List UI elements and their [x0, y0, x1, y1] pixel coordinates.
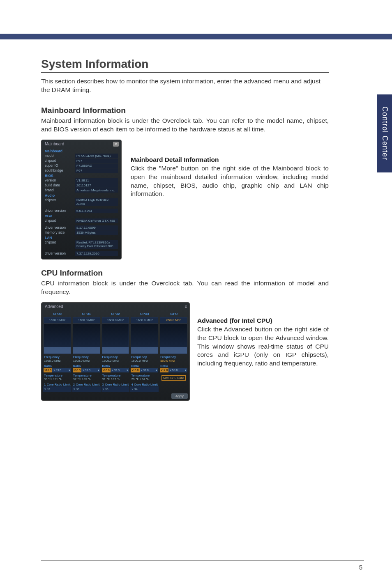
- val-brand: American Megatrends Inc.: [75, 188, 118, 193]
- val-core2[interactable]: x 36: [72, 386, 101, 392]
- val-core4[interactable]: x 34: [130, 386, 159, 392]
- row-chipset: chipsetP67: [45, 158, 118, 163]
- label-audiochip: chipset: [45, 198, 75, 206]
- lbl-temp-1: Temperature: [72, 373, 101, 377]
- row-vgachip: chipsetNVIDIA GeForce GTX 480: [45, 218, 118, 223]
- chevron-down-icon[interactable]: ▾: [97, 368, 100, 372]
- label-builddate: build date: [45, 183, 75, 188]
- chevron-down-icon[interactable]: ▾: [155, 368, 158, 372]
- val-temp-2: 31 ℃ / 87 ℉: [101, 377, 130, 382]
- val-audiochip: NVIDIA High Definition Audio: [75, 198, 118, 206]
- advanced-panel: Advanced x CPU0 1600.0 MHz Frequency 160…: [41, 302, 190, 401]
- cpu-advanced-body: Click the Advanced button on the right s…: [197, 325, 329, 368]
- advanced-columns: CPU0 1600.0 MHz Frequency 1600.0 MHz Rat…: [42, 310, 189, 392]
- lbl-freq-1: Frequency: [72, 354, 101, 359]
- cpu-row: Advanced x CPU0 1600.0 MHz Frequency 160…: [41, 302, 329, 401]
- lbl-ratio-4: Ratio: [159, 363, 188, 368]
- lbl-temp-0: Temperature: [43, 373, 71, 377]
- ratio-a-1: x16.0: [73, 368, 81, 372]
- row-brand: brandAmerican Megatrends Inc.: [45, 188, 118, 193]
- graph-igpu: [160, 324, 187, 354]
- val-freq-1: 1600.0 MHz: [72, 359, 101, 363]
- val-southbridge: P67: [75, 168, 118, 173]
- val-version: V1.8B11: [75, 178, 118, 183]
- ratio-a-0: x16.0: [44, 368, 52, 372]
- ratio-row-0[interactable]: x16.0x 33.0▾: [44, 368, 71, 372]
- label-vgachip: chipset: [45, 218, 75, 223]
- advanced-panel-title: Advanced: [45, 304, 63, 309]
- group-mainboard: Mainboard: [45, 149, 118, 153]
- graph-cpu0: [44, 324, 71, 354]
- mainboard-row: Mainboard x Mainboard modelP67A-GD65 (MS…: [41, 140, 329, 260]
- val-core3[interactable]: x 35: [101, 386, 130, 392]
- cpu-advanced-text: Advanced (for Intel CPU) Click the Advan…: [197, 302, 329, 374]
- val-core1[interactable]: x 37: [43, 386, 71, 392]
- row-landrv: driver version7.37.1229.2010: [45, 251, 118, 256]
- head-cpu3[interactable]: CPU3: [130, 311, 159, 317]
- cpu-advanced-title: Advanced (for Intel CPU): [197, 317, 329, 324]
- row-southbridge: southbridgeP67: [45, 168, 118, 173]
- page-number: 5: [359, 564, 362, 571]
- ratio-row-4[interactable]: x17.0x 58.0▾: [160, 368, 187, 372]
- lbl-freq-4: Frequency: [159, 354, 188, 359]
- page-title: System Information: [41, 57, 329, 73]
- ratio-row-1[interactable]: x16.0x 33.0▾: [73, 368, 100, 372]
- ratio-b-2: x 33.0: [111, 368, 126, 372]
- label-landrv: driver version: [45, 251, 75, 256]
- ratio-a-4: x17.0: [160, 368, 168, 372]
- col-cpu1: CPU1 1600.0 MHz Frequency 1600.0 MHz Rat…: [72, 311, 101, 392]
- head-cpu2[interactable]: CPU2: [101, 311, 130, 317]
- ratio-b-0: x 33.0: [52, 368, 68, 372]
- lbl-core3: 3-Core Ratio Limit: [101, 382, 130, 386]
- label-model: model: [45, 154, 75, 158]
- chevron-down-icon[interactable]: ▾: [68, 368, 71, 372]
- head-cpu0[interactable]: CPU0: [43, 311, 71, 317]
- chevron-down-icon[interactable]: ▾: [126, 368, 129, 372]
- label-vgadrv: driver version: [45, 225, 75, 230]
- val-temp-1: 32 ℃ / 89 ℉: [72, 377, 101, 382]
- head-cpu1[interactable]: CPU1: [72, 311, 101, 317]
- val-freq-2: 1600.0 MHz: [101, 359, 130, 363]
- val-vgachip: NVIDIA GeForce GTX 480: [75, 218, 118, 223]
- ratio-row-2[interactable]: x16.0x 33.0▾: [102, 368, 129, 372]
- lbl-temp-2: Temperature: [101, 373, 130, 377]
- lbl-core2: 2-Core Ratio Limit: [72, 382, 101, 386]
- close-icon[interactable]: x: [113, 142, 119, 147]
- content-area: System Information This section describe…: [41, 57, 329, 401]
- row-audiodrv: driver version6.0.1.6293: [45, 209, 118, 213]
- col-igpu: iGPU 850.0 Mhz Frequency 850.0 Mhz Ratio…: [159, 311, 188, 392]
- val-builddate: 20110127: [75, 183, 118, 188]
- ratio-row-3[interactable]: x16.0x 33.0▾: [131, 368, 158, 372]
- max-gpu-ratio-button[interactable]: Max. GPU Ratio: [161, 375, 186, 381]
- mainboard-panel-title: Mainboard: [45, 142, 64, 146]
- chevron-down-icon[interactable]: ▾: [184, 368, 187, 372]
- row-vgadrv: driver version8.17.12.6099: [45, 225, 118, 230]
- row-builddate: build date20110127: [45, 183, 118, 188]
- group-lan: LAN: [45, 236, 118, 240]
- label-version: version: [45, 178, 75, 183]
- graph-cpu1: [73, 324, 100, 354]
- mainboard-section-title: Mainboard Information: [41, 106, 329, 115]
- lbl-freq-2: Frequency: [101, 354, 130, 359]
- ratio-a-2: x16.0: [102, 368, 111, 372]
- val-model: P67A-GD65 (MS-7681): [75, 154, 118, 158]
- label-southbridge: southbridge: [45, 168, 75, 173]
- graph-cpu2: [102, 324, 129, 354]
- mainboard-detail-text: Mainboard Detail Information Click the "…: [131, 140, 329, 204]
- apply-button[interactable]: Apply: [171, 393, 188, 399]
- mainboard-panel-body: Mainboard modelP67A-GD65 (MS-7681) chips…: [42, 147, 121, 259]
- close-icon[interactable]: x: [185, 304, 187, 309]
- row-vgamem: memory size1536 MBytes: [45, 230, 118, 235]
- col-cpu0: CPU0 1600.0 MHz Frequency 1600.0 MHz Rat…: [43, 311, 71, 392]
- ratio-b-3: x 33.0: [140, 368, 155, 372]
- lbl-temp-3: Temperature: [130, 373, 159, 377]
- mainboard-section-body: Mainboard information block is under the…: [41, 117, 329, 134]
- label-superio: super IO: [45, 163, 75, 168]
- lbl-core1: 1-Core Ratio Limit: [43, 382, 71, 386]
- side-tab: Control Center: [377, 94, 392, 172]
- val-temp-3: 29 ℃ / 84 ℉: [130, 377, 159, 382]
- row-version: versionV1.8B11: [45, 178, 118, 183]
- lbl-core4: 4-Core Ratio Limit: [130, 382, 159, 386]
- val-chipset: P67: [75, 158, 118, 163]
- head-igpu[interactable]: iGPU: [159, 311, 188, 317]
